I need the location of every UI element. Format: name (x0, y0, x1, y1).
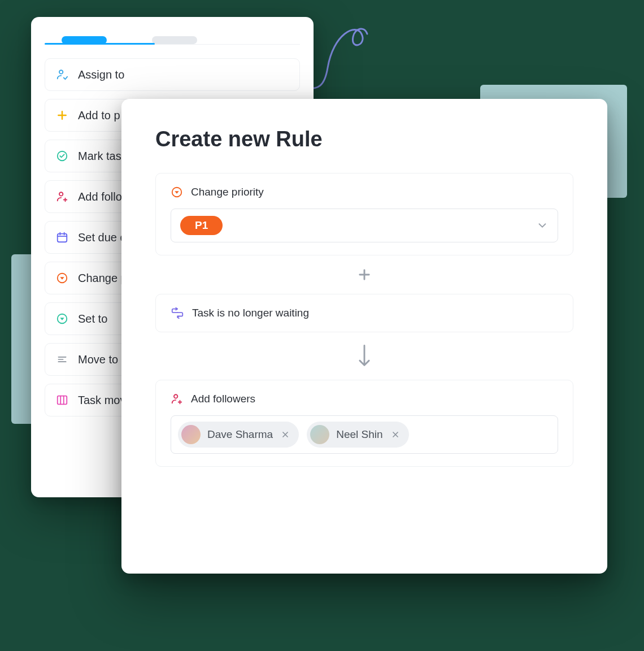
action-label: Task mov (78, 394, 125, 407)
svg-point-2 (59, 192, 63, 196)
action-label: Move to (78, 353, 118, 366)
waiting-block[interactable]: Task is no longer waiting (155, 294, 573, 332)
plus-icon (55, 108, 69, 122)
remove-follower-button[interactable] (390, 429, 401, 440)
block-label: Add followers (191, 393, 255, 405)
change-priority-block: Change priority P1 (155, 173, 573, 255)
tab-bar (45, 33, 300, 45)
follower-icon (171, 393, 183, 405)
action-label: Set due d (78, 231, 127, 244)
svg-point-0 (59, 70, 63, 73)
tab-inactive[interactable] (152, 36, 197, 44)
remove-follower-button[interactable] (280, 429, 291, 440)
board-icon (55, 393, 69, 407)
priority-select[interactable]: P1 (171, 209, 558, 242)
block-header: Task is no longer waiting (171, 307, 558, 319)
followers-input[interactable]: Dave Sharma Neel Shin (171, 415, 558, 454)
add-step-button[interactable] (155, 255, 573, 294)
panel-title: Create new Rule (155, 127, 573, 151)
svg-rect-6 (58, 396, 67, 405)
action-label: Add follo (78, 190, 122, 203)
assign-icon (55, 68, 69, 81)
block-header: Change priority (171, 186, 558, 198)
block-label: Change priority (191, 186, 264, 198)
action-label: Add to p (78, 109, 120, 122)
action-assign-to[interactable]: Assign to (45, 58, 300, 91)
lines-icon (55, 353, 69, 366)
create-rule-panel: Create new Rule Change priority P1 Task … (121, 99, 607, 574)
dropdown-icon (55, 312, 69, 326)
follower-chip: Dave Sharma (178, 422, 299, 448)
tab-underline (45, 43, 155, 45)
add-followers-block: Add followers Dave Sharma Neel Shin (155, 380, 573, 467)
check-circle-icon (55, 149, 69, 163)
flow-arrow-icon (155, 332, 573, 380)
block-header: Add followers (171, 393, 558, 405)
svg-point-8 (174, 394, 177, 398)
priority-icon (55, 271, 69, 285)
action-label: Change p (78, 272, 127, 285)
waiting-icon (171, 307, 184, 319)
follower-name: Neel Shin (336, 428, 382, 441)
avatar (181, 425, 201, 444)
avatar (310, 425, 329, 444)
block-label: Task is no longer waiting (192, 307, 309, 319)
priority-value: P1 (180, 216, 223, 235)
priority-icon (171, 186, 183, 198)
action-label: Mark tas (78, 150, 121, 163)
action-label: Set to (78, 313, 107, 326)
follower-chip: Neel Shin (307, 422, 408, 448)
chevron-down-icon (536, 219, 549, 232)
follower-icon (55, 190, 69, 203)
calendar-icon (55, 231, 69, 244)
follower-name: Dave Sharma (207, 428, 273, 441)
svg-rect-3 (58, 234, 67, 242)
action-label: Assign to (78, 68, 124, 81)
